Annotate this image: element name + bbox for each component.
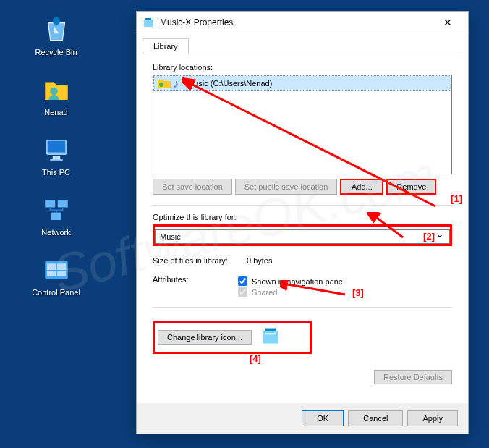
shared-label: Shared	[252, 288, 277, 297]
desktop-icons-container: Recycle Bin Nenad This PC Network Contro…	[29, 14, 83, 297]
svg-rect-10	[46, 263, 55, 270]
svg-rect-16	[263, 331, 278, 344]
this-pc-icon	[41, 135, 72, 165]
folder-music-icon	[157, 77, 171, 89]
checkbox-shared: Shared	[238, 287, 343, 297]
size-label: Size of files in library:	[153, 256, 238, 265]
svg-rect-17	[265, 334, 276, 335]
desktop-icon-control-panel[interactable]: Control Panel	[29, 255, 83, 297]
shared-checkbox	[238, 287, 247, 297]
svg-rect-14	[144, 20, 153, 27]
attributes-label: Attributes:	[153, 275, 238, 284]
location-path: Music (C:\Users\Nenad)	[187, 79, 272, 88]
annotation-1: [1]	[451, 193, 462, 204]
svg-rect-8	[51, 213, 61, 221]
nav-pane-label: Shown in navigation pane	[252, 277, 343, 286]
desktop-icon-this-pc[interactable]: This PC	[29, 135, 83, 177]
annotation-3: [3]	[352, 287, 364, 298]
add-button[interactable]: Add...	[340, 179, 383, 195]
tab-strip: Library	[137, 33, 468, 54]
change-library-icon-button[interactable]: Change library icon...	[158, 330, 252, 345]
recycle-bin-icon	[41, 14, 72, 45]
change-icon-section: Change library icon...	[153, 321, 312, 354]
restore-row: Restore Defaults	[153, 370, 452, 384]
desktop-icon-label: This PC	[42, 168, 70, 177]
dialog-body: Library locations: ♪ Music (C:\Users\Nen…	[143, 54, 462, 401]
desktop-icon-label: Recycle Bin	[35, 48, 77, 56]
dialog-title: Music-X Properties	[160, 17, 433, 28]
svg-point-1	[50, 88, 58, 96]
annotation-4: [4]	[250, 353, 261, 364]
separator	[153, 205, 452, 206]
ok-button[interactable]: OK	[302, 410, 344, 426]
library-icon	[143, 17, 154, 28]
svg-rect-13	[56, 271, 65, 276]
optimize-dropdown[interactable]: Music	[155, 229, 450, 244]
user-folder-icon	[41, 75, 72, 105]
location-item[interactable]: ♪ Music (C:\Users\Nenad)	[153, 75, 451, 91]
location-buttons-row: Set save location Set public save locati…	[153, 179, 452, 195]
tab-library[interactable]: Library	[143, 38, 189, 54]
svg-rect-3	[47, 141, 65, 153]
properties-dialog: Music-X Properties ✕ Library Library loc…	[136, 11, 469, 434]
dialog-footer: OK Cancel Apply	[137, 403, 468, 434]
desktop-icon-network[interactable]: Network	[29, 195, 83, 237]
svg-point-15	[159, 83, 163, 87]
desktop-icon-label: Nenad	[44, 108, 67, 117]
control-panel-icon	[41, 255, 72, 285]
size-row: Size of files in library: 0 bytes	[153, 256, 452, 265]
svg-rect-5	[50, 159, 63, 161]
separator	[153, 307, 452, 308]
remove-button[interactable]: Remove	[386, 179, 436, 195]
svg-point-0	[52, 17, 60, 25]
nav-pane-checkbox[interactable]	[238, 276, 247, 286]
svg-rect-6	[45, 200, 55, 208]
library-locations-listbox[interactable]: ♪ Music (C:\Users\Nenad)	[153, 75, 452, 174]
cancel-button[interactable]: Cancel	[348, 410, 403, 426]
optimize-dropdown-wrap: Music	[153, 224, 452, 246]
svg-rect-12	[46, 271, 55, 276]
close-button[interactable]: ✕	[433, 12, 462, 33]
optimize-label: Optimize this library for:	[153, 213, 452, 221]
checkbox-nav-pane: Shown in navigation pane	[238, 276, 343, 286]
music-note-icon: ♪	[173, 77, 184, 89]
set-save-location-button[interactable]: Set save location	[153, 179, 232, 195]
desktop-icon-label: Network	[41, 228, 70, 237]
desktop-icon-user[interactable]: Nenad	[29, 75, 83, 117]
svg-rect-7	[57, 200, 67, 208]
network-icon	[41, 195, 72, 225]
library-locations-label: Library locations:	[153, 63, 452, 72]
desktop-icon-recycle-bin[interactable]: Recycle Bin	[29, 14, 83, 56]
apply-button[interactable]: Apply	[407, 410, 458, 426]
restore-defaults-button[interactable]: Restore Defaults	[374, 370, 452, 384]
svg-rect-4	[52, 156, 60, 159]
desktop-icon-label: Control Panel	[32, 288, 80, 297]
svg-rect-11	[56, 263, 65, 270]
library-preview-icon	[260, 326, 281, 349]
titlebar: Music-X Properties ✕	[137, 12, 468, 33]
annotation-2: [2]	[423, 231, 435, 242]
set-public-save-button[interactable]: Set public save location	[235, 179, 338, 195]
size-value: 0 bytes	[247, 256, 272, 265]
attributes-row: Attributes: Shown in navigation pane Sha…	[153, 275, 452, 297]
